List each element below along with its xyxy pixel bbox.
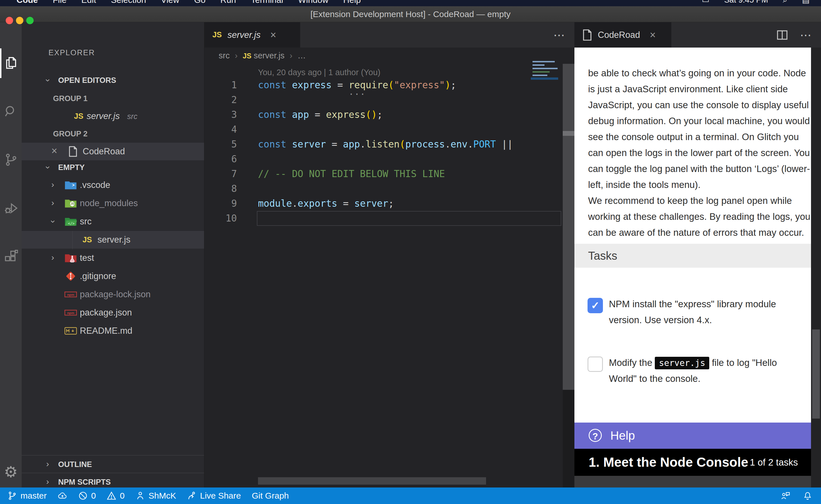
battery-icon: ▭	[702, 0, 709, 4]
activity-search-icon[interactable]	[0, 96, 22, 127]
tasks-section-header: Tasks	[574, 244, 811, 268]
task-checkbox[interactable]	[587, 357, 603, 372]
menu-item-selection[interactable]: Selection	[111, 0, 146, 5]
menu-item-terminal[interactable]: Terminal	[251, 0, 283, 5]
tree-item-vscode[interactable]: ›.vscode	[22, 176, 204, 194]
status-0[interactable]: 0	[107, 491, 124, 501]
editor-vertical-scrollbar[interactable]	[563, 64, 575, 390]
js-file-icon: JS	[213, 30, 222, 39]
status-git-graph[interactable]: Git Graph	[252, 491, 289, 501]
code-line-6[interactable]: 6	[204, 152, 574, 167]
workspace-root[interactable]: ›EMPTY	[22, 159, 204, 176]
close-editor-icon[interactable]: ×	[51, 143, 57, 160]
section-npm-scripts[interactable]: ›NPM SCRIPTS	[22, 473, 204, 487]
js-icon: JS	[80, 233, 94, 247]
lesson-progress-bar[interactable]: 1. Meet the Node Console 1 of 2 tasks	[574, 449, 811, 476]
webview-scrollbar-thumb[interactable]	[812, 329, 820, 419]
clock-label: Sat 9:45 PM	[724, 0, 768, 4]
code-line-7[interactable]: 7// -- DO NOT EDIT BELOW THIS LINE	[204, 167, 574, 181]
settings-gear-icon[interactable]: ⚙	[0, 459, 22, 485]
code-line-3[interactable]: 3const app = express();	[204, 107, 574, 122]
lesson-text: be able to check what’s going on in your…	[588, 65, 811, 241]
menu-item-window[interactable]: Window	[298, 0, 328, 5]
tree-item-gitignore[interactable]: .gitignore	[22, 267, 204, 285]
lesson-title: 1. Meet the Node Console	[589, 449, 748, 476]
git-icon	[64, 269, 77, 283]
section-open-editors[interactable]: ›OPEN EDITORS	[22, 71, 204, 89]
menu-item-edit[interactable]: Edit	[81, 0, 96, 5]
status-bell[interactable]	[803, 491, 812, 501]
split-editor-icon[interactable]	[776, 29, 789, 41]
status-master[interactable]: master	[7, 491, 47, 501]
code-line-9[interactable]: 9module.exports = server;	[204, 196, 574, 211]
code-line-8[interactable]: 8	[204, 181, 574, 196]
status-bar: master00ShMcKLive ShareGit Graph	[0, 487, 821, 504]
open-editor-server.js[interactable]: JSserver.jssrc	[22, 107, 204, 125]
tree-item-serverjs[interactable]: JSserver.js	[22, 231, 204, 249]
npm-icon: npm	[64, 288, 77, 301]
status-cloud-upload[interactable]	[58, 491, 67, 501]
macos-menu-bar: CodeFileEditSelectionViewGoRunTerminalWi…	[0, 0, 821, 6]
menu-item-go[interactable]: Go	[194, 0, 206, 5]
window-title: [Extension Development Host] - CodeRoad …	[0, 6, 821, 22]
breadcrumb-item[interactable]: JS server.js	[243, 48, 285, 64]
status-shmck[interactable]: ShMcK	[135, 491, 176, 501]
gitlens-blame-annotation: You, 20 days ago | 1 author (You)	[258, 65, 380, 79]
task-text: Modify the server.js file to log "Hello …	[609, 355, 803, 387]
code-line-10[interactable]: 10	[204, 211, 574, 226]
status-live-share[interactable]: Live Share	[187, 491, 241, 501]
help-icon: ?	[589, 429, 602, 442]
open-editor-coderoad[interactable]: ×CodeRoad	[22, 143, 204, 160]
breadcrumb-separator: ›	[235, 48, 238, 63]
activity-explorer-icon[interactable]	[0, 47, 22, 79]
task-checkbox[interactable]: ✓	[587, 298, 603, 313]
panel-bottom-strip	[574, 476, 811, 487]
code-editor[interactable]: 1const express = require("express");23co…	[204, 78, 574, 487]
help-bar[interactable]: ? Help	[574, 423, 811, 449]
menu-item-run[interactable]: Run	[221, 0, 236, 5]
md-icon	[64, 324, 77, 338]
tab-server-js[interactable]: JS server.js ×	[204, 22, 300, 48]
scrollbar-track-lower	[563, 390, 575, 487]
close-tab-icon[interactable]: ×	[650, 29, 656, 41]
tree-item-test[interactable]: ›test	[22, 249, 204, 267]
menu-item-view[interactable]: View	[161, 0, 179, 5]
menu-items: CodeFileEditSelectionViewGoRunTerminalWi…	[17, 0, 376, 6]
breadcrumb-item[interactable]: src	[219, 48, 230, 63]
status-0[interactable]: 0	[78, 491, 96, 501]
activity-run-debug-icon[interactable]	[0, 192, 22, 224]
code-line-5[interactable]: 5const server = app.listen(process.env.P…	[204, 137, 574, 152]
editor-horizontal-scrollbar[interactable]	[258, 477, 486, 485]
menu-item-file[interactable]: File	[53, 0, 66, 5]
tab-coderoad[interactable]: CodeRoad ×	[574, 22, 671, 48]
open-editors-group-2[interactable]: GROUP 2	[22, 125, 204, 143]
folder-vscode-icon	[64, 178, 77, 192]
control-center-icon[interactable]: ▤	[802, 0, 810, 4]
tree-item-package-lockjson[interactable]: npmpackage-lock.json	[22, 286, 204, 303]
code-line-2[interactable]: 2	[204, 93, 574, 107]
minimap[interactable]	[531, 59, 558, 99]
tree-item-packagejson[interactable]: npmpackage.json	[22, 304, 204, 321]
editor-more-actions-icon[interactable]: ⋯	[553, 28, 565, 42]
editor-group-2: CodeRoad × ⋯ be able to check what’s goi…	[574, 22, 821, 487]
spotlight-icon[interactable]: ⌕	[783, 0, 787, 4]
activity-source-control-icon[interactable]	[0, 144, 22, 175]
sidebar-title: EXPLORER	[48, 48, 95, 57]
menu-status-area: ▭ Sat 9:45 PM ⌕ ▤	[689, 0, 810, 6]
code-line-4[interactable]: 4	[204, 122, 574, 137]
webview-scrollbar[interactable]	[811, 48, 821, 487]
section-outline[interactable]: ›OUTLINE	[22, 455, 204, 473]
tree-item-node_modules[interactable]: ›JSnode_modules	[22, 194, 204, 212]
tree-item-readmemd[interactable]: README.md	[22, 322, 204, 340]
close-tab-icon[interactable]: ×	[270, 29, 276, 41]
activity-extensions-icon[interactable]	[0, 241, 22, 272]
open-editors-group-1[interactable]: GROUP 1	[22, 90, 204, 107]
tree-item-src[interactable]: ›</>src	[22, 213, 204, 230]
status-feedback[interactable]	[781, 491, 790, 501]
breadcrumb-item[interactable]: …	[298, 48, 306, 63]
lesson-paragraph: We recommend to keep the log panel open …	[588, 193, 811, 241]
code-line-1[interactable]: 1const express = require("express");	[204, 78, 574, 93]
more-actions-icon[interactable]: ⋯	[800, 28, 811, 42]
menu-item-help[interactable]: Help	[343, 0, 361, 5]
menu-item-code[interactable]: Code	[17, 0, 38, 5]
